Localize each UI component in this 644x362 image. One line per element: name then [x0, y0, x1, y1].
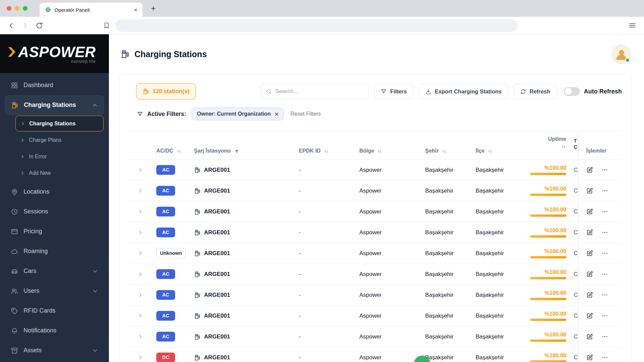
sort-both-icon: [487, 149, 493, 154]
more-actions-icon[interactable]: [601, 312, 608, 319]
more-actions-icon[interactable]: [601, 354, 608, 361]
refresh-button[interactable]: Refresh: [514, 84, 557, 99]
charging-station-icon: [11, 102, 18, 109]
minimize-window-button[interactable]: [15, 6, 19, 11]
filters-button[interactable]: Filters: [374, 84, 413, 99]
sidebar-subitem-in-error[interactable]: In Error: [15, 149, 104, 164]
edit-icon[interactable]: [586, 208, 593, 215]
clipped-column-cell: C: [572, 285, 578, 305]
region-cell: Aspower: [355, 180, 420, 201]
station-name: ARGE001: [204, 313, 230, 319]
edit-icon[interactable]: [586, 312, 593, 319]
forward-icon[interactable]: [21, 22, 29, 30]
sidebar-item-dashboard[interactable]: Dashboard: [5, 76, 104, 95]
sidebar-item-assets[interactable]: Assets: [5, 341, 104, 360]
search-input[interactable]: [275, 88, 364, 95]
address-bar[interactable]: [116, 19, 518, 32]
new-tab-button[interactable]: +: [148, 3, 159, 14]
uptime-cell: %100.00: [523, 285, 572, 305]
row-expand-icon[interactable]: [137, 271, 143, 277]
sidebar-item-pricing[interactable]: Pricing: [5, 222, 104, 241]
row-expand-icon[interactable]: [137, 355, 143, 360]
row-expand-icon[interactable]: [137, 209, 143, 214]
sidebar-subitem-charge-plans[interactable]: Charge Plans: [15, 132, 104, 148]
auto-refresh-toggle[interactable]: [564, 87, 580, 96]
search-box[interactable]: [260, 84, 369, 99]
sidebar-item-notifications[interactable]: Notifications: [5, 321, 104, 340]
back-icon[interactable]: [7, 22, 15, 30]
logo-chevron-icon: [7, 46, 16, 57]
more-actions-icon[interactable]: [601, 250, 608, 257]
column-header-uptime[interactable]: Uptime: [523, 131, 572, 159]
sidebar-subitem-charging-stations[interactable]: Charging Stations: [15, 116, 104, 131]
sidebar-item-cars[interactable]: Cars: [5, 262, 104, 281]
sidebar-item-users[interactable]: Users: [5, 281, 104, 300]
sidebar-item-charging-stations[interactable]: Charging Stations: [5, 95, 104, 115]
more-actions-icon[interactable]: [601, 229, 608, 236]
bookmark-icon[interactable]: [103, 22, 110, 29]
more-actions-icon[interactable]: [601, 187, 608, 194]
edit-icon[interactable]: [586, 250, 593, 257]
remove-filter-icon[interactable]: ×: [275, 111, 278, 117]
browser-tab[interactable]: Operatör Paneli ×: [40, 3, 143, 17]
column-header-district[interactable]: İlçe: [471, 131, 523, 159]
edit-icon[interactable]: [586, 291, 593, 298]
sidebar-item-rfid-cards[interactable]: RFID Cards: [5, 301, 104, 320]
uptime-value: %100.00: [545, 269, 566, 275]
city-cell: Başakşehir: [420, 306, 471, 326]
stations-table: AC/DCŞarj İstasyonuEPDK IDBölgeŞehirİlçe…: [129, 131, 622, 362]
sidebar-item-roaming[interactable]: Roaming: [5, 242, 104, 261]
actions-cell: [578, 326, 620, 347]
more-actions-icon[interactable]: [601, 166, 608, 173]
sidebar-item-locations[interactable]: Locations: [5, 182, 104, 201]
car-icon: [11, 268, 18, 275]
row-expand-icon[interactable]: [137, 334, 143, 339]
export-button[interactable]: Export Charging Stations: [419, 84, 508, 99]
avatar[interactable]: [612, 45, 631, 63]
row-expand-icon[interactable]: [137, 292, 143, 298]
epdk-id-cell: -: [294, 160, 355, 180]
column-header-city[interactable]: Şehir: [420, 131, 471, 159]
close-window-button[interactable]: [7, 6, 11, 11]
region-cell: Aspower: [355, 160, 420, 180]
row-expand-icon[interactable]: [137, 167, 143, 173]
actions-cell: [578, 243, 620, 264]
column-header-epdk[interactable]: EPDK ID: [294, 131, 355, 159]
tab-close-icon[interactable]: ×: [133, 7, 138, 13]
window-controls: [7, 6, 28, 11]
edit-icon[interactable]: [586, 271, 593, 278]
edit-icon[interactable]: [586, 354, 593, 361]
charging-station-icon: [194, 292, 201, 298]
row-expand-icon[interactable]: [137, 250, 143, 256]
column-header-station[interactable]: Şarj İstasyonu: [189, 131, 294, 159]
more-actions-icon[interactable]: [601, 333, 608, 340]
city-cell: Başakşehir: [420, 180, 471, 201]
reset-filters-link[interactable]: Reset Filters: [290, 111, 321, 117]
browser-menu-icon[interactable]: [628, 21, 637, 30]
filter-chip[interactable]: Owner: Current Organization ×: [192, 108, 284, 120]
sidebar-nav: DashboardCharging StationsCharging Stati…: [0, 73, 109, 360]
district-cell: Başakşehir: [471, 347, 523, 362]
row-expand-icon[interactable]: [137, 230, 143, 235]
more-actions-icon[interactable]: [601, 208, 608, 215]
edit-icon[interactable]: [586, 229, 593, 236]
current-type-badge: AC: [156, 290, 175, 300]
edit-icon[interactable]: [586, 333, 593, 340]
station-name-cell: ARGE001: [189, 306, 294, 326]
filter-icon: [380, 88, 387, 95]
edit-icon[interactable]: [586, 166, 593, 173]
edit-icon[interactable]: [586, 187, 593, 194]
column-header-region[interactable]: Bölge: [355, 131, 420, 159]
sidebar-item-sessions[interactable]: Sessions: [5, 202, 104, 221]
brand-logo: ASPOWER nonstop life: [0, 34, 109, 73]
uptime-progress-bar: [530, 256, 566, 258]
row-expand-icon[interactable]: [137, 313, 143, 319]
column-header-type[interactable]: AC/DC: [152, 131, 189, 159]
more-actions-icon[interactable]: [601, 271, 608, 278]
sidebar-item-label: Locations: [24, 188, 49, 195]
more-actions-icon[interactable]: [601, 291, 608, 298]
row-expand-icon[interactable]: [137, 188, 143, 194]
zoom-window-button[interactable]: [23, 6, 28, 11]
sidebar-subitem-add-new[interactable]: Add New: [15, 165, 104, 181]
reload-icon[interactable]: [35, 22, 43, 30]
